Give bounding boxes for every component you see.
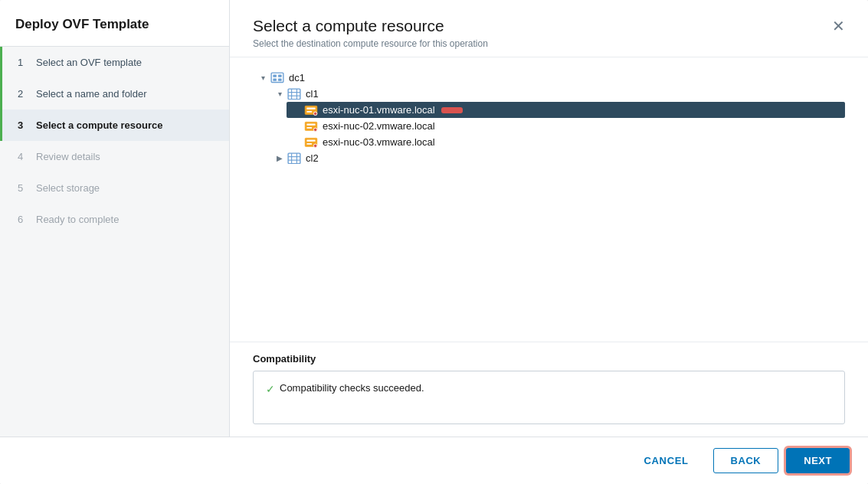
host2-label: esxi-nuc-02.vmware.local [323, 120, 435, 132]
cl2-label: cl2 [306, 152, 319, 164]
tree-node-dc1[interactable]: ▾ dc1 [253, 70, 845, 86]
step-label-1: Select an OVF template [36, 57, 142, 68]
tree-node-host1[interactable]: ▾ esxi-nuc-01.vmware.local [287, 102, 845, 118]
sidebar-step-2[interactable]: 2 Select a name and folder [0, 78, 229, 110]
main-content: Select a compute resource Select the des… [230, 0, 868, 437]
sidebar-step-1[interactable]: 1 Select an OVF template [0, 47, 229, 78]
datacenter-icon [270, 73, 284, 83]
tree-node-cl1[interactable]: ▾ cl1 [270, 86, 845, 102]
svg-rect-1 [273, 75, 277, 77]
compat-check-icon: ✓ [266, 383, 275, 395]
svg-rect-12 [306, 111, 312, 113]
host3-label: esxi-nuc-03.vmware.local [323, 136, 435, 148]
host1-error-badge [441, 107, 463, 113]
svg-rect-19 [306, 139, 315, 141]
svg-rect-15 [306, 123, 315, 125]
cancel-button[interactable]: CANCEL [627, 449, 706, 473]
host-icon-2 [304, 121, 318, 132]
svg-rect-11 [306, 107, 315, 109]
main-header: Select a compute resource Select the des… [230, 0, 868, 57]
step-label-2: Select a name and folder [36, 88, 147, 100]
svg-rect-22 [288, 153, 300, 164]
step-num-1: 1 [18, 57, 28, 68]
svg-point-13 [313, 112, 317, 116]
sidebar-step-6[interactable]: 6 Ready to complete [0, 204, 229, 235]
sidebar-step-5[interactable]: 5 Select storage [0, 172, 229, 204]
back-button[interactable]: BACK [713, 448, 779, 473]
sidebar-steps: 1 Select an OVF template 2 Select a name… [0, 47, 229, 235]
svg-rect-0 [271, 73, 283, 82]
svg-rect-2 [278, 75, 282, 77]
dialog-footer: CANCEL BACK NEXT [0, 437, 868, 484]
expand-icon-cl2: ▶ [274, 153, 285, 164]
tree-node-host2[interactable]: ▾ esxi-nuc-02.vmware.local [287, 118, 845, 134]
host1-label: esxi-nuc-01.vmware.local [323, 104, 435, 116]
tree-node-cl2[interactable]: ▶ cl2 [270, 150, 845, 166]
page-title: Select a compute resource [253, 17, 488, 35]
compatibility-section: Compatibility ✓ Compatibility checks suc… [230, 342, 868, 437]
compatibility-label: Compatibility [253, 353, 845, 365]
host-icon-1 [304, 105, 318, 116]
next-button[interactable]: NEXT [786, 448, 850, 473]
cluster-icon-cl1 [287, 89, 301, 100]
sidebar: Deploy OVF Template 1 Select an OVF temp… [0, 0, 230, 437]
step-label-4: Review details [36, 151, 100, 162]
step-num-4: 4 [18, 151, 28, 162]
step-num-5: 5 [18, 182, 28, 194]
sidebar-title: Deploy OVF Template [0, 0, 229, 47]
cl1-label: cl1 [306, 88, 319, 100]
header-left: Select a compute resource Select the des… [253, 17, 488, 49]
sidebar-step-3[interactable]: 3 Select a compute resource [0, 110, 229, 141]
step-label-5: Select storage [36, 182, 100, 194]
step-label-6: Ready to complete [36, 214, 119, 225]
svg-point-21 [313, 144, 317, 148]
sidebar-step-4[interactable]: 4 Review details [0, 141, 229, 172]
dialog-body: Deploy OVF Template 1 Select an OVF temp… [0, 0, 868, 437]
tree-node-host3[interactable]: ▾ esxi-nuc-03.vmware.local [287, 134, 845, 150]
resource-tree: ▾ dc1 ▾ [230, 57, 868, 342]
step-label-3: Select a compute resource [36, 119, 162, 131]
close-button[interactable]: ✕ [832, 18, 845, 34]
compat-message: Compatibility checks succeeded. [280, 382, 424, 394]
svg-rect-5 [288, 89, 300, 100]
expand-icon-dc1: ▾ [257, 73, 268, 83]
svg-point-17 [313, 128, 317, 132]
deploy-ovf-dialog: Deploy OVF Template 1 Select an OVF temp… [0, 0, 868, 484]
svg-rect-16 [306, 127, 312, 129]
step-num-3: 3 [18, 119, 28, 131]
step-num-2: 2 [18, 88, 28, 100]
svg-rect-3 [273, 79, 277, 81]
dc1-children: ▾ cl1 [253, 86, 845, 166]
compatibility-box: ✓ Compatibility checks succeeded. [253, 371, 845, 424]
host-icon-3 [304, 137, 318, 148]
step-num-6: 6 [18, 214, 28, 225]
svg-rect-20 [306, 143, 312, 145]
svg-rect-4 [278, 79, 282, 81]
cl1-children: ▾ esxi-nuc-01.vmware.local [270, 102, 845, 150]
page-subtitle: Select the destination compute resource … [253, 38, 488, 49]
dc1-label: dc1 [289, 72, 305, 83]
expand-icon-cl1: ▾ [274, 89, 285, 100]
cluster-icon-cl2 [287, 153, 301, 164]
